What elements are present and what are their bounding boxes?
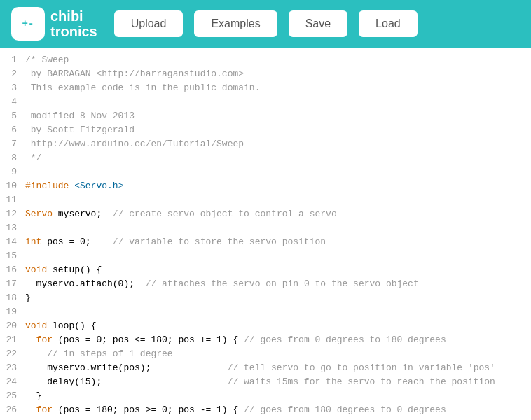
code-line: 7 http://www.arduino.cc/en/Tutorial/Swee… [0,137,531,151]
line-number: 2 [0,67,25,81]
line-content: Servo myservo; // create servo object to… [25,207,531,221]
line-number: 11 [0,193,25,207]
line-content: void setup() { [25,263,531,277]
line-content: by BARRAGAN <http://barraganstudio.com> [25,67,531,81]
line-number: 15 [0,249,25,263]
code-line: 13 [0,221,531,235]
code-line: 4 [0,95,531,109]
code-line: 16void setup() { [0,263,531,277]
line-number: 6 [0,123,25,137]
line-content [25,95,531,109]
line-content: for (pos = 180; pos >= 0; pos -= 1) { //… [25,403,531,417]
code-line: 19 [0,305,531,319]
line-content: int pos = 0; // variable to store the se… [25,235,531,249]
code-line: 1/* Sweep [0,53,531,67]
upload-button[interactable]: Upload [114,10,184,37]
code-line: 23 myservo.write(pos); // tell servo to … [0,361,531,375]
line-number: 24 [0,375,25,389]
line-content: #include <Servo.h> [25,179,531,193]
line-number: 13 [0,221,25,235]
line-number: 3 [0,81,25,95]
logo-chibi: chibi [50,8,97,24]
logo-tronics: tronics [50,24,97,39]
line-number: 22 [0,347,25,361]
code-line: 14int pos = 0; // variable to store the … [0,235,531,249]
line-number: 25 [0,389,25,403]
code-line: 3 This example code is in the public dom… [0,81,531,95]
code-line: 10#include <Servo.h> [0,179,531,193]
line-number: 16 [0,263,25,277]
line-number: 1 [0,53,25,67]
line-number: 26 [0,403,25,417]
save-button[interactable]: Save [289,10,347,37]
line-content [25,221,531,235]
line-content [25,305,531,319]
examples-button[interactable]: Examples [194,10,277,37]
line-number: 9 [0,165,25,179]
line-content: by Scott Fitzgerald [25,123,531,137]
line-content: for (pos = 0; pos <= 180; pos += 1) { //… [25,333,531,347]
line-content: delay(15); // waits 15ms for the servo t… [25,375,531,389]
code-line: 6 by Scott Fitzgerald [0,123,531,137]
line-content: myservo.write(pos); // tell servo to go … [25,361,531,375]
code-line: 15 [0,249,531,263]
line-number: 27 [0,417,25,420]
line-number: 10 [0,179,25,193]
line-number: 20 [0,319,25,333]
header: +- chibi tronics Upload Examples Save Lo… [0,0,531,48]
load-button[interactable]: Load [359,10,418,37]
code-line: 26 for (pos = 180; pos >= 0; pos -= 1) {… [0,403,531,417]
line-number: 21 [0,333,25,347]
logo-plus-minus: +- [22,19,34,29]
line-number: 14 [0,235,25,249]
code-line: 22 // in steps of 1 degree [0,347,531,361]
line-content: } [25,291,531,305]
line-content: myservo.write(pos); // tell servo to go … [25,417,531,420]
line-content: void loop() { [25,319,531,333]
line-number: 19 [0,305,25,319]
line-content: */ [25,151,531,165]
line-content: This example code is in the public domai… [25,81,531,95]
code-line: 24 delay(15); // waits 15ms for the serv… [0,375,531,389]
code-line: 17 myservo.attach(0); // attaches the se… [0,277,531,291]
line-number: 7 [0,137,25,151]
line-number: 18 [0,291,25,305]
code-line: 5 modified 8 Nov 2013 [0,109,531,123]
line-content: myservo.attach(0); // attaches the servo… [25,277,531,291]
line-content [25,249,531,263]
line-number: 4 [0,95,25,109]
code-line: 27 myservo.write(pos); // tell servo to … [0,417,531,420]
logo-text: chibi tronics [50,8,97,39]
code-line: 11 [0,193,531,207]
line-content [25,165,531,179]
line-number: 23 [0,361,25,375]
line-number: 8 [0,151,25,165]
line-content: http://www.arduino.cc/en/Tutorial/Sweep [25,137,531,151]
code-editor: 1/* Sweep2 by BARRAGAN <http://barragans… [0,48,531,420]
line-number: 17 [0,277,25,291]
logo-icon: +- [11,7,45,41]
logo: +- chibi tronics [11,7,97,41]
code-line: 8 */ [0,151,531,165]
line-content: // in steps of 1 degree [25,347,531,361]
code-line: 25 } [0,389,531,403]
line-content: } [25,389,531,403]
line-content: modified 8 Nov 2013 [25,109,531,123]
code-line: 12Servo myservo; // create servo object … [0,207,531,221]
line-content [25,193,531,207]
code-line: 20void loop() { [0,319,531,333]
line-number: 12 [0,207,25,221]
code-line: 18} [0,291,531,305]
line-number: 5 [0,109,25,123]
code-line: 2 by BARRAGAN <http://barraganstudio.com… [0,67,531,81]
code-line: 9 [0,165,531,179]
line-content: /* Sweep [25,53,531,67]
code-line: 21 for (pos = 0; pos <= 180; pos += 1) {… [0,333,531,347]
